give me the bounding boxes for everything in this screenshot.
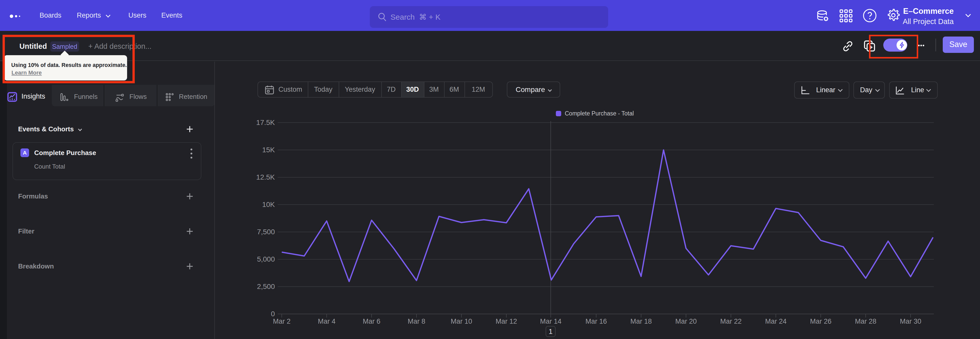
svg-text:Mar 22: Mar 22 <box>720 318 741 325</box>
svg-text:Mar 28: Mar 28 <box>855 318 877 325</box>
svg-text:15K: 15K <box>262 146 275 154</box>
svg-text:Mar 24: Mar 24 <box>765 318 787 325</box>
svg-text:5,000: 5,000 <box>257 255 275 263</box>
svg-text:Mar 12: Mar 12 <box>496 318 517 325</box>
svg-text:7,500: 7,500 <box>257 228 275 236</box>
svg-text:Mar 4: Mar 4 <box>318 318 335 325</box>
svg-text:Mar 30: Mar 30 <box>900 318 921 325</box>
svg-text:Mar 8: Mar 8 <box>407 318 425 325</box>
svg-text:12.5K: 12.5K <box>256 173 275 181</box>
svg-text:2,500: 2,500 <box>257 283 275 291</box>
svg-text:Mar 10: Mar 10 <box>451 318 472 325</box>
svg-text:17.5K: 17.5K <box>256 118 275 126</box>
svg-text:Mar 18: Mar 18 <box>630 318 652 325</box>
svg-text:Mar 2: Mar 2 <box>273 318 290 325</box>
svg-text:Mar 20: Mar 20 <box>675 318 697 325</box>
svg-text:Mar 16: Mar 16 <box>585 318 607 325</box>
svg-text:0: 0 <box>271 310 275 318</box>
svg-text:Mar 14: Mar 14 <box>540 318 562 325</box>
svg-text:Mar 6: Mar 6 <box>363 318 380 325</box>
svg-text:10K: 10K <box>262 200 275 208</box>
svg-text:Mar 26: Mar 26 <box>810 318 832 325</box>
